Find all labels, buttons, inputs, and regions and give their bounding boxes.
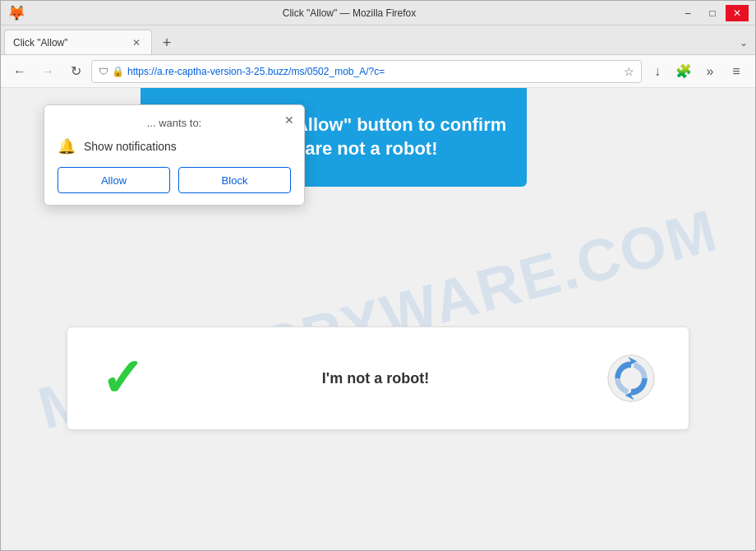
recaptcha-container: ✓ I'm not a robot! [67, 326, 689, 430]
tab-bar: Click "Allow" ✕ + ⌄ [1, 25, 755, 55]
active-tab[interactable]: Click "Allow" ✕ [4, 30, 152, 54]
menu-button[interactable]: ≡ [724, 59, 749, 84]
tab-label: Click "Allow" [13, 37, 68, 49]
close-button[interactable]: ✕ [726, 5, 749, 21]
url-text: https://a.re-captha-version-3-25.buzz/ms… [127, 66, 620, 77]
forward-button[interactable]: → [35, 59, 60, 84]
window-title: Click "Allow" — Mozilla Firefox [22, 7, 676, 19]
allow-button[interactable]: Allow [58, 167, 170, 193]
downloads-button[interactable]: ↓ [645, 59, 670, 84]
title-bar-left: 🦊 [7, 6, 22, 21]
address-bar[interactable]: 🛡 🔒 https://a.re-captha-version-3-25.buz… [91, 60, 642, 83]
notification-popup: ✕ ... wants to: 🔔 Show notifications All… [44, 104, 305, 206]
nav-bar: ← → ↻ 🛡 🔒 https://a.re-captha-version-3-… [1, 55, 755, 88]
bell-icon: 🔔 [58, 137, 76, 155]
firefox-logo-icon: 🦊 [7, 6, 22, 21]
popup-close-button[interactable]: ✕ [281, 112, 297, 128]
shield-icon: 🛡 [99, 66, 108, 77]
back-button[interactable]: ← [7, 59, 32, 84]
popup-buttons: Allow Block [58, 167, 291, 193]
window-controls: – □ ✕ [676, 5, 749, 21]
extensions-button[interactable]: 🧩 [671, 59, 696, 84]
popup-title: ... wants to: [58, 117, 291, 129]
tab-list-button[interactable]: ⌄ [735, 31, 752, 54]
webpage: must click the "Allow" button to confirm… [1, 88, 755, 550]
lock-icon: 🔒 [112, 66, 124, 77]
minimize-button[interactable]: – [676, 5, 699, 21]
refresh-button[interactable]: ↻ [63, 59, 88, 84]
more-tools-button[interactable]: » [698, 59, 722, 84]
browser-window: 🦊 Click "Allow" — Mozilla Firefox – □ ✕ … [0, 0, 756, 551]
nav-right-buttons: ↓ 🧩 » ≡ [645, 59, 749, 84]
page-content: must click the "Allow" button to confirm… [1, 88, 755, 550]
recaptcha-label: I'm not a robot! [322, 370, 429, 387]
maximize-button[interactable]: □ [701, 5, 724, 21]
checkmark-icon: ✓ [100, 352, 145, 405]
title-bar: 🦊 Click "Allow" — Mozilla Firefox – □ ✕ [1, 1, 755, 25]
show-notifications-text: Show notifications [84, 140, 177, 153]
block-button[interactable]: Block [178, 167, 291, 193]
new-tab-button[interactable]: + [155, 31, 178, 54]
tab-close-button[interactable]: ✕ [130, 36, 143, 49]
popup-notification-row: 🔔 Show notifications [58, 137, 291, 155]
recaptcha-logo-icon [606, 354, 656, 403]
bookmark-icon[interactable]: ☆ [624, 65, 634, 78]
